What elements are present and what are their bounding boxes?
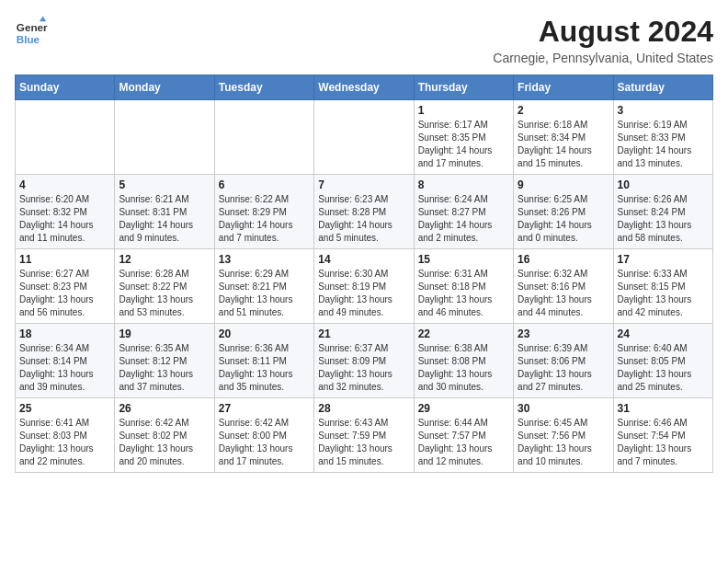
weekday-header-friday: Friday <box>514 75 613 100</box>
calendar-cell: 5Sunrise: 6:21 AM Sunset: 8:31 PM Daylig… <box>115 175 214 249</box>
calendar-cell: 22Sunrise: 6:38 AM Sunset: 8:08 PM Dayli… <box>414 324 513 398</box>
calendar-cell <box>115 100 214 175</box>
day-number: 25 <box>19 402 110 415</box>
weekday-header-tuesday: Tuesday <box>214 75 313 100</box>
day-number: 11 <box>19 253 110 266</box>
weekday-header-row: SundayMondayTuesdayWednesdayThursdayFrid… <box>16 75 713 100</box>
calendar-cell: 7Sunrise: 6:23 AM Sunset: 8:28 PM Daylig… <box>314 175 414 249</box>
calendar-cell: 27Sunrise: 6:42 AM Sunset: 8:00 PM Dayli… <box>214 398 313 473</box>
day-info: Sunrise: 6:19 AM Sunset: 8:33 PM Dayligh… <box>618 119 709 170</box>
day-info: Sunrise: 6:28 AM Sunset: 8:22 PM Dayligh… <box>119 268 210 319</box>
day-info: Sunrise: 6:23 AM Sunset: 8:28 PM Dayligh… <box>318 193 409 245</box>
logo-icon: General Blue <box>15 15 48 48</box>
calendar-week-row: 25Sunrise: 6:41 AM Sunset: 8:03 PM Dayli… <box>16 398 713 473</box>
calendar-cell: 10Sunrise: 6:26 AM Sunset: 8:24 PM Dayli… <box>613 175 712 249</box>
calendar-cell: 1Sunrise: 6:17 AM Sunset: 8:35 PM Daylig… <box>414 100 513 175</box>
day-info: Sunrise: 6:41 AM Sunset: 8:03 PM Dayligh… <box>19 417 110 468</box>
day-number: 3 <box>618 104 709 117</box>
day-info: Sunrise: 6:32 AM Sunset: 8:16 PM Dayligh… <box>518 268 609 319</box>
day-number: 10 <box>618 178 709 191</box>
calendar-table: SundayMondayTuesdayWednesdayThursdayFrid… <box>15 75 713 473</box>
calendar-cell: 8Sunrise: 6:24 AM Sunset: 8:27 PM Daylig… <box>414 175 513 249</box>
calendar-cell: 11Sunrise: 6:27 AM Sunset: 8:23 PM Dayli… <box>16 249 115 324</box>
day-number: 27 <box>219 402 310 415</box>
day-info: Sunrise: 6:36 AM Sunset: 8:11 PM Dayligh… <box>219 342 310 394</box>
day-number: 17 <box>618 253 709 266</box>
calendar-cell: 26Sunrise: 6:42 AM Sunset: 8:02 PM Dayli… <box>115 398 214 473</box>
day-number: 15 <box>418 253 509 266</box>
day-info: Sunrise: 6:42 AM Sunset: 8:02 PM Dayligh… <box>119 417 210 468</box>
day-number: 24 <box>618 327 709 340</box>
day-number: 26 <box>119 402 210 415</box>
calendar-cell: 9Sunrise: 6:25 AM Sunset: 8:26 PM Daylig… <box>514 175 613 249</box>
month-year-title: August 2024 <box>493 15 713 49</box>
day-info: Sunrise: 6:44 AM Sunset: 7:57 PM Dayligh… <box>418 417 509 468</box>
calendar-cell: 19Sunrise: 6:35 AM Sunset: 8:12 PM Dayli… <box>115 324 214 398</box>
day-info: Sunrise: 6:26 AM Sunset: 8:24 PM Dayligh… <box>618 193 709 245</box>
calendar-cell: 23Sunrise: 6:39 AM Sunset: 8:06 PM Dayli… <box>514 324 613 398</box>
day-info: Sunrise: 6:27 AM Sunset: 8:23 PM Dayligh… <box>19 268 110 319</box>
calendar-cell: 14Sunrise: 6:30 AM Sunset: 8:19 PM Dayli… <box>314 249 414 324</box>
day-number: 28 <box>318 402 409 415</box>
day-info: Sunrise: 6:46 AM Sunset: 7:54 PM Dayligh… <box>618 417 709 468</box>
day-number: 23 <box>518 327 609 340</box>
day-number: 2 <box>518 104 609 117</box>
day-number: 18 <box>19 327 110 340</box>
calendar-cell: 6Sunrise: 6:22 AM Sunset: 8:29 PM Daylig… <box>214 175 313 249</box>
day-info: Sunrise: 6:29 AM Sunset: 8:21 PM Dayligh… <box>219 268 310 319</box>
svg-marker-2 <box>40 17 46 21</box>
calendar-cell: 31Sunrise: 6:46 AM Sunset: 7:54 PM Dayli… <box>613 398 712 473</box>
calendar-cell: 12Sunrise: 6:28 AM Sunset: 8:22 PM Dayli… <box>115 249 214 324</box>
weekday-header-monday: Monday <box>115 75 214 100</box>
day-info: Sunrise: 6:39 AM Sunset: 8:06 PM Dayligh… <box>518 342 609 394</box>
day-number: 31 <box>618 402 709 415</box>
day-info: Sunrise: 6:33 AM Sunset: 8:15 PM Dayligh… <box>618 268 709 319</box>
day-number: 21 <box>318 327 409 340</box>
weekday-header-saturday: Saturday <box>613 75 712 100</box>
day-number: 22 <box>418 327 509 340</box>
day-info: Sunrise: 6:42 AM Sunset: 8:00 PM Dayligh… <box>219 417 310 468</box>
calendar-cell <box>314 100 414 175</box>
calendar-cell: 18Sunrise: 6:34 AM Sunset: 8:14 PM Dayli… <box>16 324 115 398</box>
day-info: Sunrise: 6:30 AM Sunset: 8:19 PM Dayligh… <box>318 268 409 319</box>
day-number: 14 <box>318 253 409 266</box>
weekday-header-thursday: Thursday <box>414 75 513 100</box>
day-number: 13 <box>219 253 310 266</box>
day-number: 9 <box>518 178 609 191</box>
calendar-cell: 29Sunrise: 6:44 AM Sunset: 7:57 PM Dayli… <box>414 398 513 473</box>
calendar-cell: 13Sunrise: 6:29 AM Sunset: 8:21 PM Dayli… <box>214 249 313 324</box>
day-number: 4 <box>19 178 110 191</box>
title-section: August 2024 Carnegie, Pennsylvania, Unit… <box>493 15 713 65</box>
day-number: 19 <box>119 327 210 340</box>
day-info: Sunrise: 6:21 AM Sunset: 8:31 PM Dayligh… <box>119 193 210 245</box>
calendar-cell: 25Sunrise: 6:41 AM Sunset: 8:03 PM Dayli… <box>16 398 115 473</box>
day-info: Sunrise: 6:45 AM Sunset: 7:56 PM Dayligh… <box>518 417 609 468</box>
header: General Blue August 2024 Carnegie, Penns… <box>15 15 713 65</box>
day-info: Sunrise: 6:43 AM Sunset: 7:59 PM Dayligh… <box>318 417 409 468</box>
calendar-week-row: 4Sunrise: 6:20 AM Sunset: 8:32 PM Daylig… <box>16 175 713 249</box>
calendar-cell: 20Sunrise: 6:36 AM Sunset: 8:11 PM Dayli… <box>214 324 313 398</box>
day-info: Sunrise: 6:20 AM Sunset: 8:32 PM Dayligh… <box>19 193 110 245</box>
calendar-cell: 28Sunrise: 6:43 AM Sunset: 7:59 PM Dayli… <box>314 398 414 473</box>
svg-text:Blue: Blue <box>17 33 40 45</box>
day-info: Sunrise: 6:17 AM Sunset: 8:35 PM Dayligh… <box>418 119 509 170</box>
calendar-cell: 2Sunrise: 6:18 AM Sunset: 8:34 PM Daylig… <box>514 100 613 175</box>
calendar-week-row: 1Sunrise: 6:17 AM Sunset: 8:35 PM Daylig… <box>16 100 713 175</box>
day-number: 7 <box>318 178 409 191</box>
calendar-cell: 16Sunrise: 6:32 AM Sunset: 8:16 PM Dayli… <box>514 249 613 324</box>
calendar-cell: 3Sunrise: 6:19 AM Sunset: 8:33 PM Daylig… <box>613 100 712 175</box>
day-number: 16 <box>518 253 609 266</box>
location-subtitle: Carnegie, Pennsylvania, United States <box>493 51 713 65</box>
calendar-cell: 15Sunrise: 6:31 AM Sunset: 8:18 PM Dayli… <box>414 249 513 324</box>
day-info: Sunrise: 6:37 AM Sunset: 8:09 PM Dayligh… <box>318 342 409 394</box>
calendar-cell: 24Sunrise: 6:40 AM Sunset: 8:05 PM Dayli… <box>613 324 712 398</box>
day-info: Sunrise: 6:38 AM Sunset: 8:08 PM Dayligh… <box>418 342 509 394</box>
weekday-header-wednesday: Wednesday <box>314 75 414 100</box>
calendar-cell: 4Sunrise: 6:20 AM Sunset: 8:32 PM Daylig… <box>16 175 115 249</box>
day-number: 8 <box>418 178 509 191</box>
day-number: 5 <box>119 178 210 191</box>
calendar-week-row: 18Sunrise: 6:34 AM Sunset: 8:14 PM Dayli… <box>16 324 713 398</box>
day-info: Sunrise: 6:22 AM Sunset: 8:29 PM Dayligh… <box>219 193 310 245</box>
logo: General Blue <box>15 15 48 48</box>
weekday-header-sunday: Sunday <box>16 75 115 100</box>
